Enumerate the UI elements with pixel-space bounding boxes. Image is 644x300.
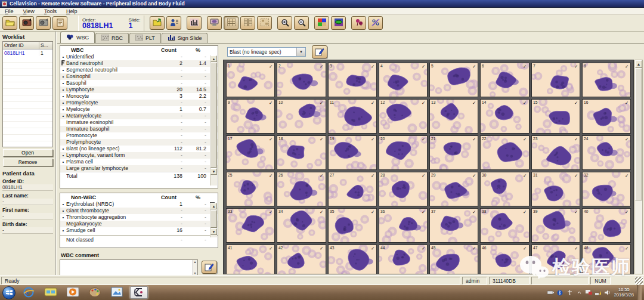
cell-image-tile[interactable]: 17✓	[227, 136, 274, 169]
tab-sign-slide[interactable]: Sign Slide	[162, 33, 208, 43]
chevron-down-icon[interactable]: ▼	[296, 48, 305, 56]
cell-image-tile[interactable]: 15✓	[532, 100, 580, 133]
cell-image-tile[interactable]: 31✓	[532, 172, 580, 206]
action-center-icon[interactable]	[586, 289, 592, 296]
menu-tools[interactable]: Tools	[39, 8, 61, 14]
wbc-row[interactable]: Promonocyte--	[60, 132, 218, 139]
cell-image-tile[interactable]: 35✓	[329, 209, 376, 242]
bluetooth-icon[interactable]	[557, 289, 564, 296]
wbc-table-scrollbar[interactable]: ▲ ▼	[210, 55, 217, 185]
color-map-button[interactable]	[314, 16, 329, 30]
percent-toggle-button[interactable]	[368, 16, 383, 30]
zoom-out-button[interactable]	[294, 16, 309, 30]
network-icon[interactable]	[595, 289, 602, 296]
report-button[interactable]	[52, 16, 67, 30]
cell-image-tile[interactable]: 30✓	[481, 172, 528, 206]
cell-image-tile[interactable]: 7✓	[532, 63, 580, 97]
comment-scrollbar[interactable]: ▲▼	[192, 260, 197, 275]
grid-view-button[interactable]	[224, 16, 239, 30]
scroll-down-icon[interactable]: ▼	[210, 168, 217, 175]
cell-image-tile[interactable]: 2✓	[277, 63, 325, 97]
cell-image-tile[interactable]: 27✓	[329, 172, 376, 206]
gallery-scrollbar[interactable]: ▲	[634, 60, 643, 274]
nonwbc-row[interactable]: Megakaryocyte--	[60, 221, 218, 227]
scroll-up-icon[interactable]: ▲	[635, 60, 642, 68]
scroll-thumb[interactable]	[210, 210, 217, 228]
taskbar-app-media-player[interactable]	[64, 286, 82, 299]
display-monitor-button[interactable]	[207, 16, 222, 30]
cell-markers-button[interactable]	[351, 16, 366, 30]
worklist-col-orderid[interactable]: Order ID	[3, 42, 39, 49]
cell-image-tile[interactable]: 33✓	[227, 209, 274, 242]
tab-plt[interactable]: PLT	[129, 33, 161, 43]
classification-dropdown[interactable]: Blast (no lineage spec) ▼	[227, 47, 306, 57]
slide-overview-button[interactable]	[331, 16, 346, 30]
cell-image-tile[interactable]: 32✓	[583, 172, 630, 206]
cell-image-tile[interactable]: 48✓	[583, 245, 630, 274]
cell-image-tile[interactable]: 23✓	[532, 136, 580, 169]
taskbar-clock[interactable]: 16:55 2016/3/28	[614, 287, 634, 298]
cell-image-tile[interactable]: 22✓	[481, 136, 528, 169]
wbc-row[interactable]: •Monocyte32.2	[60, 93, 218, 100]
cell-image-tile[interactable]: 25✓	[227, 172, 274, 206]
wbc-row[interactable]: Immature eosinophil--	[60, 119, 218, 126]
cell-image-tile[interactable]: 34✓	[277, 209, 325, 242]
cell-image-tile[interactable]: 3✓	[329, 63, 376, 97]
worklist-col-slides[interactable]: S...	[39, 42, 52, 49]
remove-button[interactable]: Remove	[3, 159, 53, 166]
menu-view[interactable]: View	[18, 8, 39, 14]
cell-image-tile[interactable]: 10✓	[277, 100, 325, 133]
cell-image-tile[interactable]: 8✓	[583, 63, 630, 97]
cell-image-tile[interactable]: 28✓	[379, 172, 427, 206]
wbc-row[interactable]: •Lymphocyte, variant form--	[60, 152, 218, 159]
cell-image-tile[interactable]: 18✓	[277, 136, 325, 169]
open-button[interactable]: Open	[3, 149, 53, 157]
menu-help[interactable]: Help	[61, 8, 82, 14]
scroll-thumb[interactable]	[635, 68, 642, 200]
cell-image-tile[interactable]: 1✓	[227, 63, 274, 97]
cell-image-tile[interactable]: 16✓	[583, 100, 630, 133]
cell-image-tile[interactable]: 9✓	[227, 100, 274, 133]
wbc-row[interactable]: •Lymphocyte2014.5	[60, 86, 218, 93]
wbc-row[interactable]: Prolymphocyte--	[60, 139, 218, 146]
wbc-row[interactable]: •Plasma cell--	[60, 159, 218, 165]
taskbar-app-cellavision[interactable]	[130, 286, 148, 299]
cell-image-tile[interactable]: 45✓	[430, 245, 478, 274]
show-desktop-button[interactable]	[637, 285, 642, 300]
cell-image-tile[interactable]: 42✓	[277, 245, 325, 274]
wbc-row[interactable]: •Promyelocyte--	[60, 100, 218, 106]
start-button[interactable]	[2, 286, 16, 299]
analysis-chart-button[interactable]	[187, 16, 202, 30]
open-order-button[interactable]	[2, 16, 17, 30]
taskbar-app-paint[interactable]	[86, 286, 104, 299]
cell-image-tile[interactable]: 4✓	[379, 63, 427, 97]
cell-image-tile[interactable]: 21✓	[430, 136, 478, 169]
cell-image-tile[interactable]: 12✓	[379, 100, 427, 133]
cell-image-tile[interactable]: 24✓	[583, 136, 630, 169]
edit-classification-button[interactable]	[312, 45, 327, 58]
wbc-row[interactable]: •Blast (no lineage spec)11281.2	[60, 146, 218, 152]
wbc-row[interactable]: •Metamyelocyte--	[60, 113, 218, 119]
cell-image-tile[interactable]: 37✓	[430, 209, 478, 242]
nonwbc-table-scrollbar[interactable]: ▲ ▼	[210, 203, 217, 237]
tab-rbc[interactable]: RBC	[95, 33, 129, 43]
export-order-button[interactable]	[150, 16, 165, 30]
nonwbc-row[interactable]: •Smudge cell16-	[60, 227, 218, 234]
cell-image-tile[interactable]: 47✓	[532, 245, 580, 274]
nonwbc-row[interactable]: •Thrombocyte aggregation--	[60, 214, 218, 221]
cell-image-tile[interactable]: 13✓	[430, 100, 478, 133]
edit-comment-button[interactable]	[202, 261, 217, 274]
cell-image-tile[interactable]: 5✓	[430, 63, 478, 97]
cell-image-tile[interactable]: 38✓	[481, 209, 528, 242]
nonwbc-row[interactable]: •Erythroblast (NRBC)1-	[60, 201, 218, 208]
nonwbc-row[interactable]: •Giant thrombocyte--	[60, 208, 218, 214]
scroll-up-icon[interactable]: ▲	[210, 55, 217, 62]
tray-chevron-icon[interactable]	[576, 289, 583, 296]
zoom-in-button[interactable]	[277, 16, 292, 30]
scroll-down-icon[interactable]: ▼	[210, 228, 217, 235]
volume-icon[interactable]	[605, 289, 611, 296]
taskbar-app-file-manager[interactable]	[42, 286, 60, 299]
cell-image-tile[interactable]: 14✓	[481, 100, 528, 133]
wbc-row[interactable]: Band neutrophil21.4	[60, 60, 218, 67]
menu-file[interactable]: File	[0, 8, 18, 14]
